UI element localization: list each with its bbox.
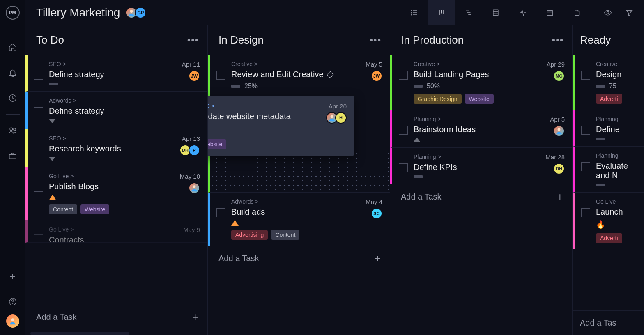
notifications-icon[interactable] xyxy=(7,67,18,78)
task-card[interactable]: Creative > Build Landing Pages 50% Graph… xyxy=(390,55,572,110)
activity-view-tab[interactable] xyxy=(509,0,536,25)
task-checkbox[interactable] xyxy=(399,163,408,172)
task-card[interactable]: Go Live Launch 🔥 Adverti xyxy=(573,193,644,249)
task-checkbox[interactable] xyxy=(216,208,225,217)
plus-icon: + xyxy=(375,252,381,265)
assignee-avatar[interactable]: H xyxy=(335,112,347,124)
sheet-view-tab[interactable] xyxy=(482,0,509,25)
gantt-view-tab[interactable] xyxy=(455,0,482,25)
add-task-button[interactable]: Add a Task + xyxy=(208,246,390,271)
task-category: Go Live xyxy=(596,198,636,205)
task-checkbox[interactable] xyxy=(581,126,590,135)
task-title: Build Landing Pages xyxy=(414,70,543,79)
app-logo[interactable]: PM xyxy=(6,6,20,20)
column-title: To Do xyxy=(36,34,64,46)
column-in-production: In Production ••• Creative > Build Landi… xyxy=(390,25,573,335)
add-task-button[interactable]: Add a Task + xyxy=(390,184,572,209)
svg-point-28 xyxy=(193,185,196,188)
home-icon[interactable] xyxy=(7,42,18,53)
column-body: SEO > Define strategy Apr 11 JW Adwords … xyxy=(25,55,207,305)
task-card[interactable]: Planning > Define KPIs Mar 28 DH xyxy=(390,148,572,184)
tag[interactable]: Graphic Design xyxy=(414,94,462,104)
tag[interactable]: Website xyxy=(80,204,109,214)
horizontal-scrollbar[interactable] xyxy=(30,332,129,335)
member-avatar[interactable]: GP xyxy=(135,7,146,18)
assignee-avatar[interactable]: JW xyxy=(371,70,382,82)
add-task-button[interactable]: Add a Tas xyxy=(573,310,644,335)
visibility-icon[interactable] xyxy=(603,9,613,17)
task-card[interactable]: Planning Evaluate and N xyxy=(573,147,644,193)
priority-high-icon xyxy=(231,220,239,226)
task-category: Adwords > xyxy=(231,198,361,205)
column-menu-icon[interactable]: ••• xyxy=(552,35,564,46)
task-checkbox[interactable] xyxy=(581,208,590,217)
task-checkbox[interactable] xyxy=(34,234,43,243)
column-menu-icon[interactable]: ••• xyxy=(187,35,199,46)
task-card[interactable]: Adwords > Define strategy xyxy=(25,92,207,129)
column-header: In Production ••• xyxy=(390,25,572,55)
task-category: Creative > xyxy=(231,61,361,67)
task-card[interactable]: SEO > Research keywords Apr 13 DH P xyxy=(25,129,207,167)
task-date: May 10 xyxy=(180,173,200,180)
task-card[interactable]: SEO > Define strategy Apr 11 JW xyxy=(25,55,207,92)
task-title: Review and Edit Creative xyxy=(231,70,361,79)
task-checkbox[interactable] xyxy=(399,126,408,135)
task-card[interactable]: Planning Define xyxy=(573,110,644,147)
project-members[interactable]: GP xyxy=(128,7,146,18)
column-menu-icon[interactable]: ••• xyxy=(370,35,382,46)
calendar-view-tab[interactable] xyxy=(536,0,564,25)
tag[interactable]: Content xyxy=(49,204,77,214)
assignee-avatar[interactable]: DH xyxy=(553,163,565,174)
tag[interactable]: Adverti xyxy=(596,233,622,243)
task-checkbox[interactable] xyxy=(216,71,225,80)
svg-point-13 xyxy=(412,14,412,15)
assignee-avatar[interactable]: MG xyxy=(553,70,565,82)
task-date: May 4 xyxy=(366,198,382,205)
task-card[interactable]: Creative Design 75 Adverti xyxy=(573,55,644,110)
files-view-tab[interactable] xyxy=(564,0,591,25)
assignee-avatar[interactable]: SC xyxy=(371,208,382,219)
assignee-avatar[interactable] xyxy=(189,182,200,194)
tag[interactable]: Advertising xyxy=(231,230,268,240)
add-task-button[interactable]: Add a Task + xyxy=(25,305,207,329)
briefcase-icon[interactable] xyxy=(7,151,18,161)
column-header: Ready xyxy=(573,25,644,55)
task-checkbox[interactable] xyxy=(34,145,43,154)
task-card[interactable]: Adwords > Build ads Advertising Content … xyxy=(208,193,390,246)
assignee-avatar[interactable]: P xyxy=(189,145,200,156)
tag[interactable]: Adverti xyxy=(596,94,622,104)
tag[interactable]: Website xyxy=(465,94,494,104)
list-view-tab[interactable] xyxy=(401,0,428,25)
main-area: Tillery Marketing GP To Do ••• xyxy=(25,0,644,335)
task-title: Research keywords xyxy=(49,144,178,154)
task-card[interactable]: Go Live > Publish Blogs Content Website … xyxy=(25,167,207,220)
drop-zone[interactable] xyxy=(208,151,390,193)
milestone-icon xyxy=(327,71,334,78)
task-checkbox[interactable] xyxy=(581,71,590,80)
help-icon[interactable] xyxy=(7,296,18,307)
task-checkbox[interactable] xyxy=(34,107,43,116)
tag[interactable]: Website xyxy=(208,139,226,149)
task-card-dragging[interactable]: SEO > Update website metadata ⬇ Website … xyxy=(208,96,354,156)
plus-icon: + xyxy=(557,190,563,203)
svg-rect-3 xyxy=(9,154,16,159)
tag[interactable]: Content xyxy=(271,230,299,240)
assignee-avatar[interactable] xyxy=(553,125,565,137)
recent-icon[interactable] xyxy=(7,93,18,103)
board-view-tab[interactable] xyxy=(428,0,455,25)
task-checkbox[interactable] xyxy=(34,71,43,80)
add-icon[interactable]: + xyxy=(7,271,18,282)
task-checkbox[interactable] xyxy=(581,162,590,171)
task-card[interactable]: Planning > Brainstorm Ideas Apr 5 xyxy=(390,110,572,148)
task-checkbox[interactable] xyxy=(399,71,408,80)
filter-icon[interactable] xyxy=(624,9,634,17)
svg-point-6 xyxy=(11,318,14,321)
task-card[interactable]: Creative > Review and Edit Creative 25% … xyxy=(208,55,390,96)
task-checkbox[interactable] xyxy=(34,183,43,192)
task-title: Define strategy xyxy=(49,106,200,116)
svg-point-29 xyxy=(331,115,334,118)
user-avatar[interactable] xyxy=(6,314,19,328)
team-icon[interactable] xyxy=(7,125,18,136)
assignee-avatar[interactable]: JW xyxy=(189,70,200,82)
task-card[interactable]: Go Live > Contracts May 9 xyxy=(25,220,207,243)
